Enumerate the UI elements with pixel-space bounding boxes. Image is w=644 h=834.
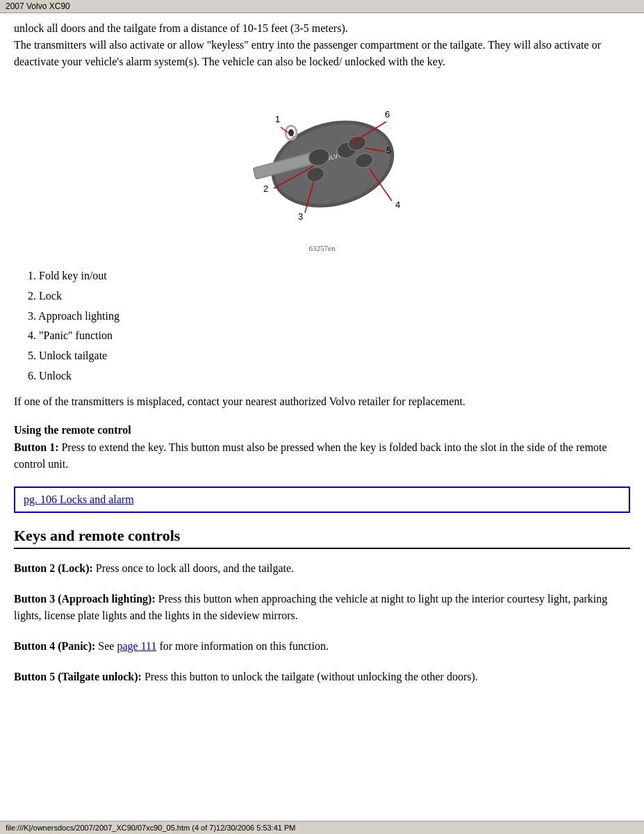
button5-bold: Button 5 (Tailgate unlock): — [14, 671, 142, 682]
button4-section: Button 4 (Panic): See page 111 for more … — [14, 638, 630, 655]
button3-section: Button 3 (Approach lighting): Press this… — [14, 591, 630, 624]
page-link-box[interactable]: pg. 106 Locks and alarm — [14, 486, 630, 513]
button5-text: Press this button to unlock the tailgate… — [142, 671, 478, 682]
page111-link[interactable]: page 111 — [117, 640, 156, 652]
intro-line2: The transmitters will also activate or a… — [14, 39, 601, 67]
button1-bold: Button 1: — [14, 441, 58, 453]
button2-section: Button 2 (Lock): Press once to lock all … — [14, 560, 630, 577]
svg-text:6: 6 — [385, 109, 390, 120]
list-item-3: 3. Approach lighting — [28, 306, 630, 327]
remote-control-heading: Using the remote control — [14, 424, 630, 436]
button5-paragraph: Button 5 (Tailgate unlock): Press this b… — [14, 669, 630, 685]
section-title: Keys and remote controls — [14, 527, 630, 549]
remote-control-heading-text: Using the remote control — [14, 424, 131, 436]
list-item-2: 2. Lock — [28, 286, 630, 306]
button2-text: Press once to lock all doors, and the ta… — [93, 562, 294, 574]
replacement-note: If one of the transmitters is misplaced,… — [14, 393, 630, 410]
svg-text:4: 4 — [395, 199, 400, 210]
intro-paragraph: unlock all doors and the tailgate from a… — [14, 20, 630, 70]
button4-text-before-link: See — [95, 640, 117, 652]
numbered-list: 1. Fold key in/out 2. Lock 3. Approach l… — [28, 266, 630, 386]
page-link[interactable]: pg. 106 Locks and alarm — [24, 493, 134, 505]
key-fob-image: VOLVO 1 2 3 4 5 — [211, 84, 434, 244]
list-item-4: 4. "Panic" function — [28, 326, 630, 346]
svg-text:3: 3 — [298, 211, 303, 222]
key-image-container: VOLVO 1 2 3 4 5 — [14, 84, 630, 252]
main-content: unlock all doors and the tailgate from a… — [0, 13, 644, 727]
title-bar: 2007 Volvo XC90 — [0, 0, 644, 13]
button2-paragraph: Button 2 (Lock): Press once to lock all … — [14, 560, 630, 577]
intro-line1: unlock all doors and the tailgate from a… — [14, 22, 348, 34]
button3-bold: Button 3 (Approach lighting): — [14, 593, 156, 605]
svg-text:5: 5 — [386, 145, 391, 156]
button4-bold: Button 4 (Panic): — [14, 640, 95, 652]
svg-text:1: 1 — [275, 114, 280, 124]
replacement-text: If one of the transmitters is misplaced,… — [14, 395, 465, 407]
svg-text:2: 2 — [263, 183, 268, 194]
button3-paragraph: Button 3 (Approach lighting): Press this… — [14, 591, 630, 624]
list-item-5: 5. Unlock tailgate — [28, 346, 630, 366]
list-item-6: 6. Unlock — [28, 366, 630, 386]
button4-paragraph: Button 4 (Panic): See page 111 for more … — [14, 638, 630, 655]
button5-section: Button 5 (Tailgate unlock): Press this b… — [14, 669, 630, 685]
footer-text: file:///K|/ownersdocs/2007/2007_XC90/07x… — [6, 824, 295, 832]
list-item-1: 1. Fold key in/out — [28, 266, 630, 286]
key-image-caption: 63257en — [14, 244, 630, 252]
button4-text-after-link: for more information on this function. — [156, 640, 329, 652]
button1-text: Press to extend the key. This button mus… — [14, 441, 607, 470]
button1-description: Button 1: Press to extend the key. This … — [14, 439, 630, 473]
title-text: 2007 Volvo XC90 — [6, 1, 70, 11]
footer-bar: file:///K|/ownersdocs/2007/2007_XC90/07x… — [0, 821, 644, 834]
button2-bold: Button 2 (Lock): — [14, 562, 93, 574]
